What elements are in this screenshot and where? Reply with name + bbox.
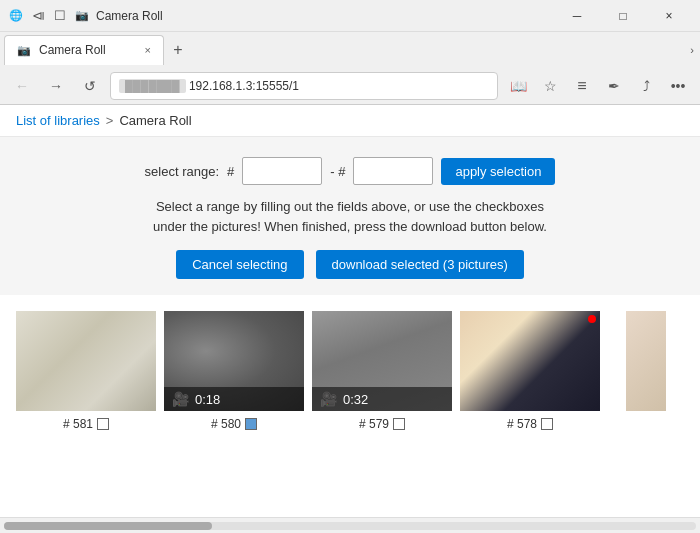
breadcrumb-separator: > (106, 113, 114, 128)
gallery-label-579: # 579 (359, 417, 405, 431)
hint-text: Select a range by filling out the fields… (16, 197, 684, 236)
checkbox-578[interactable] (541, 418, 553, 430)
browser-toolbar: 📖 ☆ ≡ ✒ ⤴ ••• (504, 72, 692, 100)
gallery-item-number-579: # 579 (359, 417, 389, 431)
breadcrumb-link[interactable]: List of libraries (16, 113, 100, 128)
video-camera-icon-580: 🎥 (172, 391, 189, 407)
action-row: Cancel selecting download selected (3 pi… (16, 250, 684, 279)
horizontal-scrollbar[interactable] (0, 517, 700, 533)
video-overlay-579: 🎥 0:32 (312, 387, 452, 411)
video-duration-579: 0:32 (343, 392, 368, 407)
minimize-button[interactable]: ─ (554, 0, 600, 32)
address-suffix: 192.168.1.3:15555/1 (189, 79, 299, 93)
thumbnail-580[interactable]: 🎥 0:18 (164, 311, 304, 411)
tab-title: Camera Roll (39, 43, 137, 57)
share-icon[interactable]: ⤴ (632, 72, 660, 100)
close-button[interactable]: × (646, 0, 692, 32)
new-tab-button[interactable]: + (164, 36, 192, 64)
gallery-item-580: 🎥 0:18 # 580 (164, 311, 304, 431)
thumbnail-581[interactable] (16, 311, 156, 411)
hint-line1: Select a range by filling out the fields… (156, 199, 544, 214)
reader-view-icon[interactable]: 📖 (504, 72, 532, 100)
maximize-button[interactable]: □ (600, 0, 646, 32)
video-overlay-580: 🎥 0:18 (164, 387, 304, 411)
gallery-item-number-578: # 578 (507, 417, 537, 431)
gallery-label-581: # 581 (63, 417, 109, 431)
gallery-label-578: # 578 (507, 417, 553, 431)
gallery-item-number-580: # 580 (211, 417, 241, 431)
gallery-item-partial (608, 311, 684, 431)
tab-bar: 📷 Camera Roll × + › (0, 32, 700, 67)
selection-panel: select range: # - # apply selection Sele… (0, 137, 700, 295)
back-button[interactable]: ← (8, 72, 36, 100)
checkbox-579[interactable] (393, 418, 405, 430)
window-controls: ─ □ × (554, 0, 692, 32)
range-end-input[interactable] (353, 157, 433, 185)
checkbox-581[interactable] (97, 418, 109, 430)
window-icon: 🌐 (8, 8, 24, 24)
title-bar: 🌐 ⧏ ☐ 📷 Camera Roll ─ □ × (0, 0, 700, 32)
hub-icon[interactable]: ≡ (568, 72, 596, 100)
address-text: ███████ 192.168.1.3:15555/1 (119, 79, 489, 93)
breadcrumb: List of libraries > Camera Roll (0, 105, 700, 137)
gallery-area: # 581 🎥 0:18 # 580 🎥 0:32 (0, 295, 700, 439)
gallery-item-578: # 578 (460, 311, 600, 431)
thumbnail-579[interactable]: 🎥 0:32 (312, 311, 452, 411)
tab-back-icon[interactable]: ⧏ (30, 8, 46, 24)
download-selected-button[interactable]: download selected (3 pictures) (316, 250, 524, 279)
hint-line2: under the pictures! When finished, press… (153, 219, 547, 234)
title-favicon: 📷 (74, 8, 90, 24)
active-tab[interactable]: 📷 Camera Roll × (4, 35, 164, 65)
video-duration-580: 0:18 (195, 392, 220, 407)
scrollbar-track[interactable] (4, 522, 696, 530)
range-label: select range: (145, 164, 219, 179)
breadcrumb-current: Camera Roll (119, 113, 191, 128)
cancel-selecting-button[interactable]: Cancel selecting (176, 250, 303, 279)
page-content: List of libraries > Camera Roll select r… (0, 105, 700, 517)
forward-button[interactable]: → (42, 72, 70, 100)
more-icon[interactable]: ••• (664, 72, 692, 100)
tab-forward-icon[interactable]: ☐ (52, 8, 68, 24)
red-dot-578 (588, 315, 596, 323)
gallery-item-number-581: # 581 (63, 417, 93, 431)
gallery-item-581: # 581 (16, 311, 156, 431)
title-text: Camera Roll (96, 9, 163, 23)
checkbox-580[interactable] (245, 418, 257, 430)
web-note-icon[interactable]: ✒ (600, 72, 628, 100)
favorites-icon[interactable]: ☆ (536, 72, 564, 100)
thumbnail-partial[interactable] (626, 311, 666, 411)
range-start-prefix: # (227, 164, 234, 179)
range-row: select range: # - # apply selection (16, 157, 684, 185)
browser-chrome: ← → ↺ ███████ 192.168.1.3:15555/1 📖 ☆ ≡ … (0, 67, 700, 105)
scrollbar-thumb[interactable] (4, 522, 212, 530)
thumbnail-578[interactable] (460, 311, 600, 411)
range-start-input[interactable] (242, 157, 322, 185)
refresh-button[interactable]: ↺ (76, 72, 104, 100)
video-camera-icon-579: 🎥 (320, 391, 337, 407)
gallery-item-579: 🎥 0:32 # 579 (312, 311, 452, 431)
gallery-label-580: # 580 (211, 417, 257, 431)
address-bar[interactable]: ███████ 192.168.1.3:15555/1 (110, 72, 498, 100)
range-separator: - # (330, 164, 345, 179)
tab-scroll-right[interactable]: › (690, 44, 694, 56)
tab-favicon: 📷 (17, 44, 31, 57)
title-bar-icons: 🌐 (8, 8, 24, 24)
address-blurred: ███████ (119, 79, 186, 93)
tab-close-icon[interactable]: × (145, 44, 151, 56)
apply-selection-button[interactable]: apply selection (441, 158, 555, 185)
